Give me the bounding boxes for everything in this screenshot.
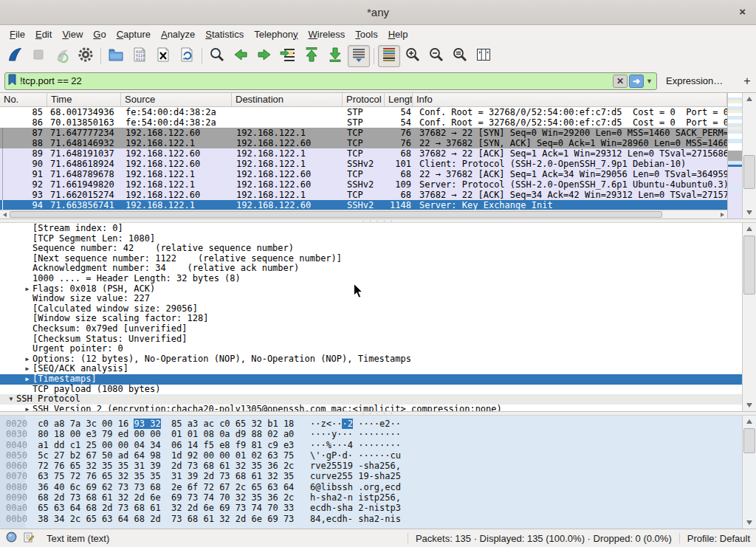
filter-history-caret[interactable]: ▼ — [646, 78, 653, 85]
stop-capture-button[interactable] — [27, 45, 49, 67]
bookmark-icon[interactable] — [7, 74, 17, 89]
scroll-right-arrow[interactable] — [721, 213, 724, 217]
close-window-button[interactable]: × — [739, 6, 746, 18]
hex-row-00a0[interactable]: 00a0 65 63 64 68 2d 73 68 61 32 2d 6e 69… — [6, 503, 401, 513]
packet-list-minimap[interactable] — [727, 93, 742, 219]
auto-scroll-button[interactable] — [348, 45, 370, 67]
menu-help[interactable]: Help — [383, 27, 413, 41]
expert-info-icon[interactable] — [6, 531, 17, 545]
packet-row-89[interactable]: 8971.648191037192.168.122.60192.168.122.… — [0, 148, 727, 159]
detail-line[interactable]: ▶Flags: 0x018 (PSH, ACK) — [0, 284, 742, 295]
detail-line[interactable]: Sequence number: 42 (relative sequence n… — [0, 244, 742, 254]
menu-tools[interactable]: Tools — [350, 27, 382, 41]
go-last-packet-button[interactable] — [324, 45, 346, 67]
packet-row-90[interactable]: 9071.648618924192.168.122.60192.168.122.… — [0, 159, 727, 169]
packet-row-87[interactable]: 8771.647777234192.168.122.60192.168.122.… — [0, 128, 727, 138]
menu-view[interactable]: View — [57, 27, 88, 41]
hex-row-0070[interactable]: 0070 63 75 72 76 65 32 35 35 31 39 2d 73… — [6, 471, 401, 481]
expression-button[interactable]: Expression… — [666, 75, 723, 86]
hex-row-0040[interactable]: 0040 a1 dd c1 25 00 00 04 34 06 14 f5 e8… — [6, 440, 401, 450]
hex-row-0090[interactable]: 0090 68 2d 73 68 61 32 2d 6e 69 73 74 70… — [6, 492, 401, 503]
scroll-down-arrow[interactable] — [746, 210, 752, 215]
clear-filter-button[interactable]: ✕ — [613, 75, 628, 88]
hex-row-0030[interactable]: 0030 80 18 00 e3 79 ed 00 00 01 01 08 0a… — [6, 429, 401, 439]
restart-capture-button[interactable] — [51, 45, 73, 67]
column-header-info[interactable]: Info — [413, 93, 727, 106]
expand-arrow-icon[interactable]: ▶ — [22, 284, 32, 295]
add-filter-button[interactable]: + — [739, 75, 755, 88]
detail-line[interactable]: [Stream index: 0] — [0, 224, 742, 234]
capture-comment-icon[interactable] — [23, 531, 35, 546]
zoom-reset-button[interactable] — [449, 45, 471, 67]
detail-line[interactable]: [Checksum Status: Unverified] — [0, 334, 742, 345]
packet-row-92[interactable]: 9271.661949820192.168.122.1192.168.122.6… — [0, 179, 727, 190]
bytes-vertical-scrollbar[interactable] — [742, 416, 756, 529]
v-scroll-thumb[interactable] — [743, 428, 755, 453]
close-file-button[interactable] — [152, 45, 174, 67]
detail-line[interactable]: TCP payload (1080 bytes) — [0, 385, 742, 395]
detail-line[interactable]: ▶[SEQ/ACK analysis] — [0, 364, 742, 374]
hex-row-0060[interactable]: 0060 72 76 65 32 35 35 31 39 2d 73 68 61… — [6, 461, 401, 471]
packet-row-94[interactable]: 9471.663856741192.168.122.1192.168.122.6… — [0, 200, 727, 210]
detail-line[interactable]: ▶Options: (12 bytes), No-Operation (NOP)… — [0, 354, 742, 365]
expand-arrow-icon[interactable]: ▶ — [22, 405, 32, 412]
scroll-up-arrow[interactable] — [746, 227, 752, 231]
column-header-destination[interactable]: Destination — [232, 93, 343, 106]
hex-row-0050[interactable]: 0050 5c 27 b2 67 50 ad 64 98 1d 92 00 00… — [6, 450, 401, 461]
reload-file-button[interactable] — [176, 45, 198, 67]
expand-arrow-icon[interactable]: ▶ — [22, 364, 32, 374]
column-header-time[interactable]: Time — [47, 93, 121, 106]
packet-row-93[interactable]: 9371.662015274192.168.122.60192.168.122.… — [0, 190, 727, 200]
colorize-packets-button[interactable] — [378, 45, 400, 67]
packet-list-vertical-scrollbar[interactable] — [742, 93, 756, 219]
packet-row-85[interactable]: 8568.001734936fe:54:00:d4:38:2aSTP54Conf… — [0, 107, 727, 117]
menu-telephony[interactable]: Telephony — [249, 27, 303, 41]
detail-line[interactable]: ▶[Timestamps] — [0, 374, 742, 385]
start-capture-button[interactable] — [4, 45, 26, 67]
capture-options-button[interactable] — [75, 45, 97, 67]
scroll-left-arrow[interactable] — [3, 213, 7, 217]
menu-wireless[interactable]: Wireless — [303, 27, 351, 41]
go-to-packet-button[interactable] — [277, 45, 299, 67]
save-file-button[interactable]: 010101100111 — [128, 45, 151, 67]
expand-arrow-icon[interactable]: ▶ — [22, 374, 32, 385]
zoom-out-button[interactable] — [425, 45, 447, 67]
detail-line[interactable]: [TCP Segment Len: 1080] — [0, 234, 742, 244]
h-scroll-thumb[interactable] — [10, 211, 662, 218]
hex-row-00b0[interactable]: 00b0 38 34 2c 65 63 64 68 2d 73 68 61 32… — [6, 514, 401, 524]
detail-line[interactable]: [Next sequence number: 1122 (relative se… — [0, 254, 742, 264]
detail-line[interactable]: [Calculated window size: 29056] — [0, 304, 742, 314]
menu-file[interactable]: File — [4, 27, 30, 41]
collapse-arrow-icon[interactable]: ▼ — [6, 394, 16, 405]
detail-line[interactable]: Window size value: 227 — [0, 294, 742, 304]
column-header-length[interactable]: Length — [385, 93, 413, 106]
packet-list-header[interactable]: No.TimeSourceDestinationProtocolLengthIn… — [0, 93, 727, 107]
detail-line[interactable]: ▼SSH Protocol — [0, 394, 742, 405]
menu-analyze[interactable]: Analyze — [156, 27, 200, 41]
menu-edit[interactable]: Edit — [30, 27, 57, 41]
v-scroll-thumb[interactable] — [743, 155, 755, 189]
column-header-source[interactable]: Source — [121, 93, 232, 106]
menu-statistics[interactable]: Statistics — [200, 27, 249, 41]
packet-row-88[interactable]: 8871.648146932192.168.122.1192.168.122.6… — [0, 138, 727, 148]
scroll-up-arrow[interactable] — [746, 97, 752, 101]
filter-text[interactable]: !tcp.port == 22 — [17, 75, 611, 86]
column-header-no[interactable]: No. — [0, 93, 47, 106]
detail-line[interactable]: [Window size scaling factor: 128] — [0, 314, 742, 324]
packet-row-86[interactable]: 8670.013850163fe:54:00:d4:38:2aSTP54Conf… — [0, 117, 727, 128]
scroll-down-arrow[interactable] — [746, 520, 752, 525]
details-vertical-scrollbar[interactable] — [742, 223, 756, 411]
packet-list-horizontal-scrollbar[interactable] — [0, 210, 727, 219]
zoom-in-button[interactable] — [402, 45, 424, 67]
display-filter-input[interactable]: !tcp.port == 22 ✕ ➜ ▼ — [4, 72, 657, 90]
scroll-down-arrow[interactable] — [746, 403, 752, 407]
go-back-button[interactable] — [230, 45, 252, 67]
hex-row-0020[interactable]: 0020 c0 a8 7a 3c 00 16 93 32 85 a3 ac c0… — [6, 419, 401, 429]
menu-go[interactable]: Go — [88, 27, 111, 41]
open-file-button[interactable] — [105, 45, 127, 67]
profile-label[interactable]: Profile: Default — [687, 533, 750, 544]
packet-row-91[interactable]: 9171.648789678192.168.122.1192.168.122.6… — [0, 169, 727, 179]
detail-line[interactable]: 1000 .... = Header Length: 32 bytes (8) — [0, 274, 742, 284]
expand-arrow-icon[interactable]: ▶ — [22, 354, 32, 365]
hex-row-0080[interactable]: 0080 36 40 6c 69 62 73 73 68 2e 6f 72 67… — [6, 482, 401, 492]
